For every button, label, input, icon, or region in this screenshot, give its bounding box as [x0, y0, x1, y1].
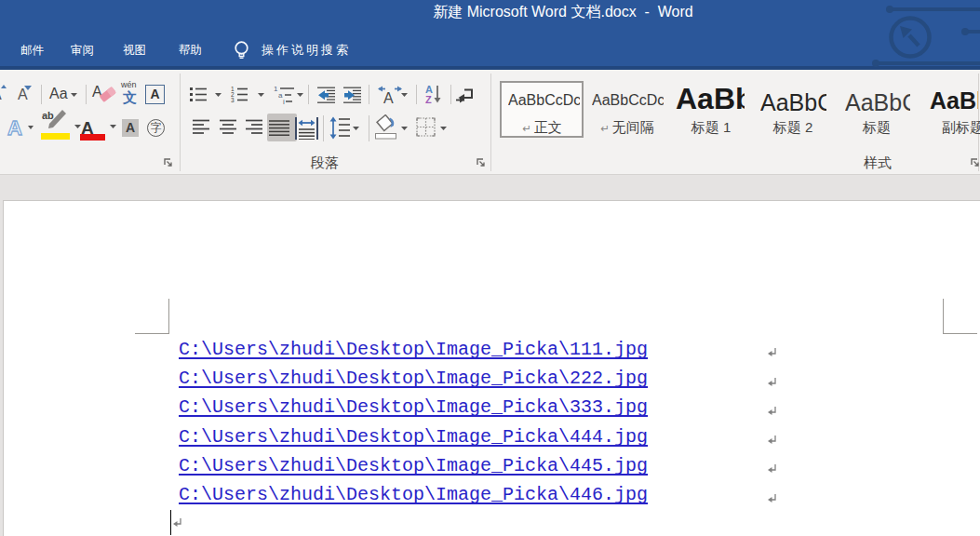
svg-text:i: i	[283, 98, 285, 104]
svg-text:Z: Z	[425, 94, 432, 105]
svg-text:3: 3	[231, 97, 235, 103]
svg-text:A: A	[7, 116, 22, 139]
svg-text:A: A	[383, 90, 394, 104]
